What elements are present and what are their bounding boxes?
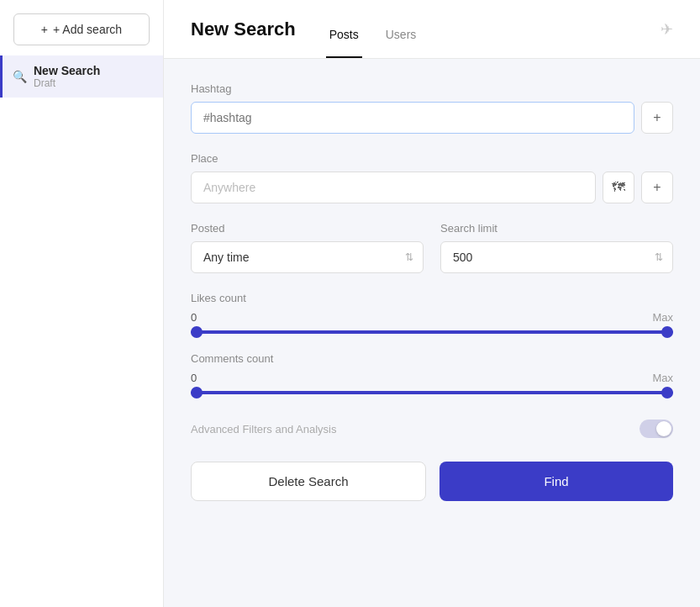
find-button[interactable]: Find bbox=[439, 462, 673, 501]
map-icon: 🗺 bbox=[612, 180, 625, 195]
map-icon-button[interactable]: 🗺 bbox=[603, 172, 634, 203]
place-input[interactable] bbox=[191, 172, 596, 203]
comments-count-label: Comments count bbox=[191, 352, 673, 365]
sidebar-item-label: New Search bbox=[34, 64, 100, 77]
tab-posts[interactable]: Posts bbox=[326, 28, 362, 58]
posted-label: Posted bbox=[191, 222, 424, 235]
likes-slider-track bbox=[191, 330, 673, 334]
posted-select-wrapper: Any time Last hour Last 24 hours Last we… bbox=[191, 241, 424, 273]
likes-slider-thumb-right[interactable] bbox=[661, 326, 673, 338]
search-limit-select[interactable]: 500 100 200 1000 bbox=[440, 241, 673, 273]
hashtag-input-row: + bbox=[191, 102, 673, 134]
likes-count-section: Likes count 0 Max bbox=[191, 292, 673, 334]
likes-slider-thumb-left[interactable] bbox=[191, 326, 203, 338]
search-icon: 🔍 bbox=[13, 70, 27, 83]
place-label: Place bbox=[191, 152, 673, 165]
toggle-knob bbox=[656, 421, 671, 436]
posted-select[interactable]: Any time Last hour Last 24 hours Last we… bbox=[191, 241, 424, 273]
posted-limit-row: Posted Any time Last hour Last 24 hours … bbox=[191, 222, 673, 292]
comments-slider-thumb-left[interactable] bbox=[191, 387, 203, 399]
sidebar-item-new-search[interactable]: 🔍 New Search Draft bbox=[0, 55, 163, 98]
advanced-filters-label: Advanced Filters and Analysis bbox=[191, 423, 336, 435]
hashtag-field-group: Hashtag + bbox=[191, 82, 673, 134]
hashtag-input[interactable] bbox=[191, 102, 634, 134]
send-icon[interactable]: ✈ bbox=[661, 20, 673, 39]
comments-slider-track bbox=[191, 391, 673, 394]
search-limit-label: Search limit bbox=[440, 222, 673, 235]
comments-slider-header: 0 Max bbox=[191, 372, 673, 384]
comments-count-section: Comments count 0 Max bbox=[191, 352, 673, 394]
hashtag-add-button[interactable]: + bbox=[641, 102, 673, 134]
add-search-label: + Add search bbox=[53, 23, 122, 36]
action-buttons: Delete Search Find bbox=[191, 462, 673, 501]
main-panel: New Search Posts Users ✈ Hashtag + Place bbox=[164, 0, 700, 607]
main-header: New Search Posts Users ✈ bbox=[164, 0, 700, 59]
search-limit-field-group: Search limit 500 100 200 1000 bbox=[440, 222, 673, 273]
hashtag-label: Hashtag bbox=[191, 82, 673, 95]
place-input-row: 🗺 + bbox=[191, 172, 673, 203]
likes-count-label: Likes count bbox=[191, 292, 673, 304]
tab-users[interactable]: Users bbox=[382, 28, 420, 58]
place-field-group: Place 🗺 + bbox=[191, 152, 673, 203]
comments-min: 0 bbox=[191, 372, 197, 384]
add-search-button[interactable]: + + Add search bbox=[13, 13, 150, 45]
posted-field-group: Posted Any time Last hour Last 24 hours … bbox=[191, 222, 424, 273]
form-area: Hashtag + Place 🗺 + Posted bbox=[164, 59, 700, 607]
comments-max: Max bbox=[652, 372, 673, 384]
advanced-filters-row: Advanced Filters and Analysis bbox=[191, 413, 673, 438]
likes-max: Max bbox=[652, 311, 673, 324]
sidebar: + + Add search 🔍 New Search Draft bbox=[0, 0, 164, 607]
sidebar-item-sublabel: Draft bbox=[34, 77, 100, 89]
likes-slider-header: 0 Max bbox=[191, 311, 673, 324]
comments-slider-thumb-right[interactable] bbox=[661, 387, 673, 399]
advanced-filters-toggle[interactable] bbox=[639, 420, 673, 438]
tabs: Posts Users bbox=[326, 0, 440, 58]
likes-min: 0 bbox=[191, 311, 197, 324]
search-limit-select-wrapper: 500 100 200 1000 bbox=[440, 241, 673, 273]
page-title: New Search bbox=[191, 18, 296, 40]
delete-search-button[interactable]: Delete Search bbox=[191, 462, 426, 501]
place-add-button[interactable]: + bbox=[641, 172, 673, 203]
plus-icon: + bbox=[41, 23, 48, 36]
